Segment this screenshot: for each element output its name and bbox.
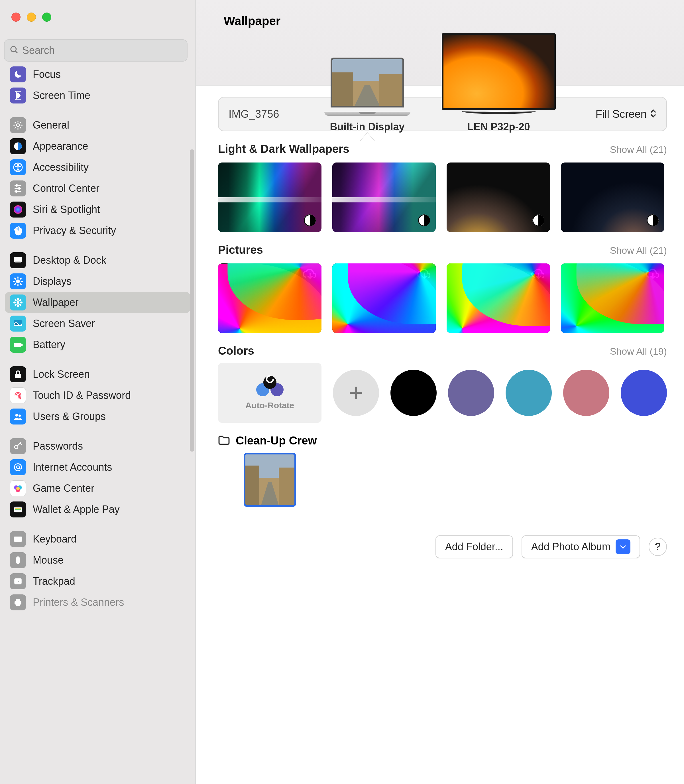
color-swatch[interactable] xyxy=(448,370,494,416)
sidebar-item-general[interactable]: General xyxy=(5,115,190,136)
svg-rect-35 xyxy=(21,344,22,346)
sidebar-item-label: Accessibility xyxy=(33,162,89,173)
auto-rotate-card[interactable]: Auto-Rotate xyxy=(218,363,321,423)
svg-line-20 xyxy=(15,278,16,279)
sidebar-item-printers-scanners[interactable]: Printers & Scanners xyxy=(5,592,190,613)
add-photo-album-button[interactable]: Add Photo Album xyxy=(521,535,640,558)
sidebar-item-game-center[interactable]: Game Center xyxy=(5,478,190,499)
sidebar-item-focus[interactable]: Focus xyxy=(5,64,190,85)
fill-mode-dropdown[interactable]: Fill Screen xyxy=(596,108,657,120)
wallpaper-thumbnail[interactable] xyxy=(218,163,321,232)
sidebar-item-label: Control Center xyxy=(33,183,100,194)
display-builtin[interactable]: Built-in Display xyxy=(324,58,410,133)
sidebar-item-label: Printers & Scanners xyxy=(33,596,124,608)
svg-point-10 xyxy=(19,188,20,189)
sidebar-item-label: Keyboard xyxy=(33,533,77,545)
sidebar-item-label: Lock Screen xyxy=(33,369,90,380)
sidebar-item-control-center[interactable]: Control Center xyxy=(5,178,190,199)
window-close-button[interactable] xyxy=(11,13,21,22)
sidebar-item-battery[interactable]: Battery xyxy=(5,334,190,355)
sidebar-item-label: Game Center xyxy=(33,482,94,495)
sidebar-item-mouse[interactable]: Mouse xyxy=(5,550,190,571)
svg-point-24 xyxy=(17,301,19,304)
svg-point-31 xyxy=(14,303,17,306)
wallpaper-thumbnail[interactable] xyxy=(447,163,550,232)
svg-point-37 xyxy=(15,414,18,417)
accessibility-icon xyxy=(10,159,26,175)
section-title: Colors xyxy=(218,344,254,357)
trackpad-icon xyxy=(10,573,26,589)
main-pane: Wallpaper Built-in Display LEN P32p-20 xyxy=(196,0,684,784)
svg-rect-60 xyxy=(16,604,20,606)
cloud-download-icon xyxy=(416,269,430,280)
wallpaper-thumbnail[interactable] xyxy=(447,263,550,333)
battery-icon xyxy=(10,337,26,352)
wallpaper-thumbnail[interactable] xyxy=(561,263,664,333)
wallet-icon xyxy=(10,501,26,517)
cloud-download-icon xyxy=(531,269,544,280)
sidebar-item-touch-id-password[interactable]: Touch ID & Password xyxy=(5,385,190,406)
show-all-link[interactable]: Show All (19) xyxy=(610,346,667,357)
show-all-link[interactable]: Show All (21) xyxy=(610,245,667,256)
wallpaper-thumbnail[interactable] xyxy=(332,163,436,232)
sidebar-item-wallet-apple-pay[interactable]: Wallet & Apple Pay xyxy=(5,499,190,520)
sidebar-scrollbar[interactable] xyxy=(190,149,194,452)
add-folder-button[interactable]: Add Folder... xyxy=(436,535,513,558)
screensaver-icon xyxy=(10,315,26,331)
laptop-preview xyxy=(324,58,410,116)
show-all-link[interactable]: Show All (21) xyxy=(610,144,667,155)
svg-rect-34 xyxy=(14,343,21,347)
window-minimize-button[interactable] xyxy=(27,13,36,22)
color-swatch[interactable] xyxy=(390,370,437,416)
section-title: Light & Dark Wallpapers xyxy=(218,142,349,155)
help-button[interactable]: ? xyxy=(649,538,667,556)
sidebar-item-accessibility[interactable]: Accessibility xyxy=(5,157,190,178)
sidebar-item-siri-spotlight[interactable]: Siri & Spotlight xyxy=(5,199,190,220)
sidebar-item-passwords[interactable]: Passwords xyxy=(5,436,190,457)
chevron-down-icon[interactable] xyxy=(616,539,631,554)
wallpaper-thumbnail[interactable] xyxy=(332,263,436,333)
sidebar-item-screen-time[interactable]: Screen Time xyxy=(5,85,190,106)
sidebar-item-wallpaper[interactable]: Wallpaper xyxy=(5,292,190,313)
color-swatch[interactable] xyxy=(563,370,609,416)
moon-icon xyxy=(10,66,26,82)
color-swatch[interactable] xyxy=(506,370,552,416)
light-dark-badge-icon xyxy=(304,214,316,226)
sidebar-item-desktop-dock[interactable]: Desktop & Dock xyxy=(5,250,190,271)
wallpaper-thumbnail[interactable] xyxy=(218,263,321,333)
search-input[interactable] xyxy=(22,44,182,57)
keyboard-icon xyxy=(10,531,26,547)
svg-rect-50 xyxy=(15,538,16,539)
lock-icon xyxy=(10,366,26,382)
svg-rect-59 xyxy=(16,599,20,601)
sidebar-item-privacy-security[interactable]: Privacy & Security xyxy=(5,220,190,241)
display-external[interactable]: LEN P32p-20 xyxy=(442,33,556,133)
search-field[interactable] xyxy=(4,39,187,61)
color-swatch[interactable] xyxy=(621,370,667,416)
wallpaper-thumbnail[interactable] xyxy=(561,163,664,232)
sidebar-item-trackpad[interactable]: Trackpad xyxy=(5,571,190,592)
sidebar-item-label: Displays xyxy=(33,275,71,288)
sidebar-item-users-groups[interactable]: Users & Groups xyxy=(5,406,190,427)
add-color-button[interactable] xyxy=(333,370,379,416)
sidebar-item-label: Appearance xyxy=(33,140,88,152)
sidebar-item-lock-screen[interactable]: Lock Screen xyxy=(5,364,190,385)
svg-line-1 xyxy=(15,51,18,53)
sidebar-item-internet-accounts[interactable]: Internet Accounts xyxy=(5,457,190,478)
sidebar-item-label: Users & Groups xyxy=(33,411,106,422)
window-zoom-button[interactable] xyxy=(42,13,51,22)
gear-icon xyxy=(10,117,26,133)
svg-rect-54 xyxy=(20,538,21,539)
sidebar-item-displays[interactable]: Displays xyxy=(5,271,190,292)
sidebar-item-appearance[interactable]: Appearance xyxy=(5,136,190,157)
at-icon xyxy=(10,459,26,475)
svg-point-11 xyxy=(15,191,17,192)
svg-rect-51 xyxy=(16,538,17,539)
folder-name: Clean-Up Crew xyxy=(236,434,317,447)
flower-icon xyxy=(10,294,26,310)
folder-photo-thumbnail[interactable] xyxy=(244,453,296,507)
sidebar-item-keyboard[interactable]: Keyboard xyxy=(5,529,190,550)
sidebar-item-screen-saver[interactable]: Screen Saver xyxy=(5,313,190,334)
search-icon xyxy=(10,45,19,56)
svg-rect-55 xyxy=(16,540,20,540)
